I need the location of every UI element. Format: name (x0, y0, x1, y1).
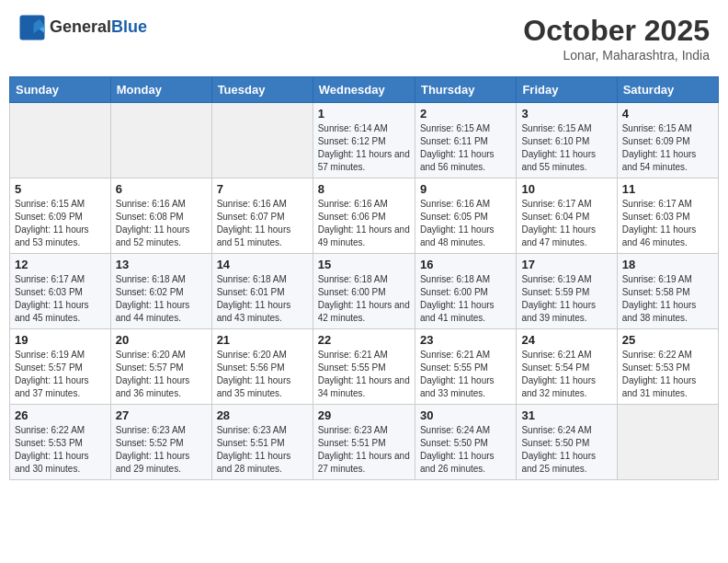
day-info: Sunrise: 6:16 AMSunset: 6:08 PMDaylight:… (116, 198, 207, 249)
calendar-cell: 18Sunrise: 6:19 AMSunset: 5:58 PMDayligh… (617, 254, 718, 329)
day-number: 19 (15, 333, 106, 347)
day-info: Sunrise: 6:19 AMSunset: 5:59 PMDaylight:… (521, 273, 611, 325)
calendar-cell: 21Sunrise: 6:20 AMSunset: 5:56 PMDayligh… (211, 329, 313, 405)
day-info: Sunrise: 6:18 AMSunset: 6:00 PMDaylight:… (420, 273, 511, 325)
calendar-cell (110, 103, 211, 178)
calendar-week-row: 5Sunrise: 6:15 AMSunset: 6:09 PMDaylight… (10, 178, 719, 254)
day-number: 22 (318, 333, 410, 347)
weekday-header: Sunday (10, 77, 111, 103)
day-info: Sunrise: 6:22 AMSunset: 5:53 PMDaylight:… (622, 349, 713, 400)
day-number: 31 (521, 408, 611, 422)
calendar-cell: 28Sunrise: 6:23 AMSunset: 5:51 PMDayligh… (211, 405, 313, 480)
day-number: 27 (116, 408, 207, 422)
weekday-header: Friday (517, 77, 617, 103)
day-number: 12 (15, 258, 106, 271)
calendar-cell: 31Sunrise: 6:24 AMSunset: 5:50 PMDayligh… (517, 405, 617, 480)
calendar-table: SundayMondayTuesdayWednesdayThursdayFrid… (9, 76, 719, 480)
day-number: 15 (318, 258, 410, 271)
day-info: Sunrise: 6:16 AMSunset: 6:06 PMDaylight:… (318, 198, 410, 249)
day-info: Sunrise: 6:20 AMSunset: 5:56 PMDaylight:… (217, 349, 308, 400)
day-number: 7 (217, 182, 308, 196)
day-info: Sunrise: 6:17 AMSunset: 6:03 PMDaylight:… (15, 273, 106, 325)
calendar-cell: 9Sunrise: 6:16 AMSunset: 6:05 PMDaylight… (415, 178, 516, 254)
day-info: Sunrise: 6:15 AMSunset: 6:11 PMDaylight:… (420, 122, 511, 174)
title-area: October 2025 Lonar, Maharashtra, India (523, 14, 710, 63)
day-number: 2 (420, 107, 511, 121)
day-info: Sunrise: 6:23 AMSunset: 5:51 PMDaylight:… (318, 424, 410, 476)
calendar-cell: 13Sunrise: 6:18 AMSunset: 6:02 PMDayligh… (110, 254, 211, 329)
day-info: Sunrise: 6:24 AMSunset: 5:50 PMDaylight:… (420, 424, 511, 476)
day-info: Sunrise: 6:14 AMSunset: 6:12 PMDaylight:… (318, 122, 410, 174)
day-number: 16 (420, 258, 511, 271)
day-info: Sunrise: 6:15 AMSunset: 6:09 PMDaylight:… (622, 122, 713, 174)
calendar-cell: 23Sunrise: 6:21 AMSunset: 5:55 PMDayligh… (415, 329, 516, 405)
day-info: Sunrise: 6:24 AMSunset: 5:50 PMDaylight:… (521, 424, 611, 476)
logo-icon (18, 14, 46, 41)
logo-text: GeneralBlue (50, 17, 147, 38)
day-info: Sunrise: 6:16 AMSunset: 6:07 PMDaylight:… (217, 198, 308, 249)
calendar-cell: 14Sunrise: 6:18 AMSunset: 6:01 PMDayligh… (211, 254, 313, 329)
day-info: Sunrise: 6:23 AMSunset: 5:52 PMDaylight:… (116, 424, 207, 476)
calendar-cell: 10Sunrise: 6:17 AMSunset: 6:04 PMDayligh… (517, 178, 617, 254)
calendar-cell: 8Sunrise: 6:16 AMSunset: 6:06 PMDaylight… (313, 178, 415, 254)
calendar-cell: 16Sunrise: 6:18 AMSunset: 6:00 PMDayligh… (415, 254, 516, 329)
calendar-cell: 20Sunrise: 6:20 AMSunset: 5:57 PMDayligh… (110, 329, 211, 405)
calendar-cell: 11Sunrise: 6:17 AMSunset: 6:03 PMDayligh… (617, 178, 718, 254)
day-number: 26 (15, 408, 106, 422)
day-info: Sunrise: 6:18 AMSunset: 6:02 PMDaylight:… (116, 273, 207, 325)
day-info: Sunrise: 6:21 AMSunset: 5:55 PMDaylight:… (318, 349, 410, 400)
logo-line2: Blue (111, 17, 147, 36)
calendar-week-row: 19Sunrise: 6:19 AMSunset: 5:57 PMDayligh… (10, 329, 719, 405)
weekday-header-row: SundayMondayTuesdayWednesdayThursdayFrid… (10, 77, 719, 103)
logo-line1: General (50, 17, 111, 36)
day-number: 9 (420, 182, 511, 196)
day-info: Sunrise: 6:18 AMSunset: 6:00 PMDaylight:… (318, 273, 410, 325)
month-title: October 2025 (523, 14, 710, 48)
location-subtitle: Lonar, Maharashtra, India (523, 48, 710, 63)
day-number: 28 (217, 408, 308, 422)
calendar-cell: 25Sunrise: 6:22 AMSunset: 5:53 PMDayligh… (617, 329, 718, 405)
day-number: 17 (521, 258, 611, 271)
weekday-header: Tuesday (211, 77, 313, 103)
calendar-cell: 5Sunrise: 6:15 AMSunset: 6:09 PMDaylight… (10, 178, 111, 254)
calendar-cell (10, 103, 111, 178)
day-info: Sunrise: 6:18 AMSunset: 6:01 PMDaylight:… (217, 273, 308, 325)
calendar-cell: 22Sunrise: 6:21 AMSunset: 5:55 PMDayligh… (313, 329, 415, 405)
day-info: Sunrise: 6:15 AMSunset: 6:09 PMDaylight:… (15, 198, 106, 249)
day-number: 20 (116, 333, 207, 347)
calendar-cell: 4Sunrise: 6:15 AMSunset: 6:09 PMDaylight… (617, 103, 718, 178)
calendar-cell: 3Sunrise: 6:15 AMSunset: 6:10 PMDaylight… (517, 103, 617, 178)
day-info: Sunrise: 6:16 AMSunset: 6:05 PMDaylight:… (420, 198, 511, 249)
calendar-cell: 17Sunrise: 6:19 AMSunset: 5:59 PMDayligh… (517, 254, 617, 329)
calendar-week-row: 1Sunrise: 6:14 AMSunset: 6:12 PMDaylight… (10, 103, 719, 178)
day-number: 3 (521, 107, 611, 121)
day-info: Sunrise: 6:19 AMSunset: 5:58 PMDaylight:… (622, 273, 713, 325)
calendar-cell: 12Sunrise: 6:17 AMSunset: 6:03 PMDayligh… (10, 254, 111, 329)
calendar-cell: 1Sunrise: 6:14 AMSunset: 6:12 PMDaylight… (313, 103, 415, 178)
day-info: Sunrise: 6:19 AMSunset: 5:57 PMDaylight:… (15, 349, 106, 400)
day-number: 25 (622, 333, 713, 347)
day-number: 30 (420, 408, 511, 422)
calendar-cell: 19Sunrise: 6:19 AMSunset: 5:57 PMDayligh… (10, 329, 111, 405)
day-info: Sunrise: 6:17 AMSunset: 6:03 PMDaylight:… (622, 198, 713, 249)
day-number: 18 (622, 258, 713, 271)
calendar-week-row: 12Sunrise: 6:17 AMSunset: 6:03 PMDayligh… (10, 254, 719, 329)
page-header: GeneralBlue October 2025 Lonar, Maharash… (9, 9, 719, 67)
day-number: 13 (116, 258, 207, 271)
calendar-cell: 30Sunrise: 6:24 AMSunset: 5:50 PMDayligh… (415, 405, 516, 480)
day-number: 11 (622, 182, 713, 196)
day-number: 14 (217, 258, 308, 271)
calendar-cell (617, 405, 718, 480)
day-number: 8 (318, 182, 410, 196)
calendar-cell: 24Sunrise: 6:21 AMSunset: 5:54 PMDayligh… (517, 329, 617, 405)
day-number: 6 (116, 182, 207, 196)
day-info: Sunrise: 6:21 AMSunset: 5:55 PMDaylight:… (420, 349, 511, 400)
calendar-cell: 26Sunrise: 6:22 AMSunset: 5:53 PMDayligh… (10, 405, 111, 480)
day-number: 21 (217, 333, 308, 347)
calendar-cell (211, 103, 313, 178)
calendar-cell: 29Sunrise: 6:23 AMSunset: 5:51 PMDayligh… (313, 405, 415, 480)
calendar-cell: 15Sunrise: 6:18 AMSunset: 6:00 PMDayligh… (313, 254, 415, 329)
calendar-cell: 27Sunrise: 6:23 AMSunset: 5:52 PMDayligh… (110, 405, 211, 480)
day-info: Sunrise: 6:15 AMSunset: 6:10 PMDaylight:… (521, 122, 611, 174)
day-number: 1 (318, 107, 410, 121)
